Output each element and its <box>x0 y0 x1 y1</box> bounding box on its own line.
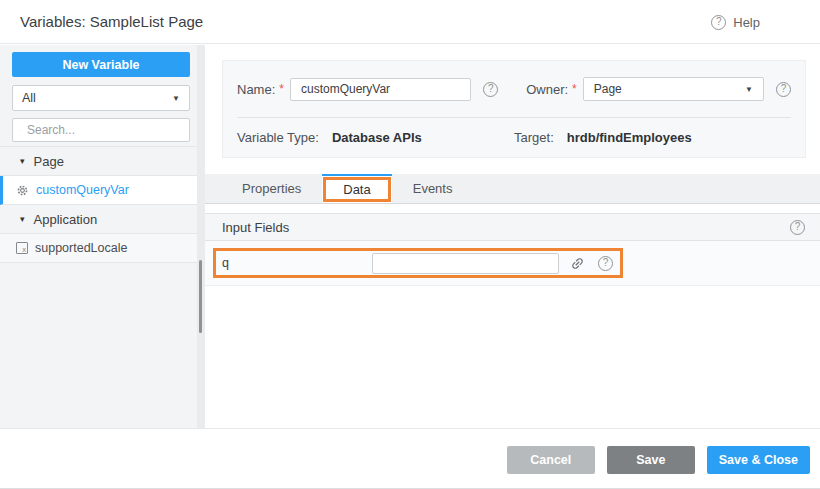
variable-name-input[interactable] <box>290 78 471 101</box>
caret-down-icon: ▾ <box>20 214 25 224</box>
page-title: Variables: SampleList Page <box>20 0 203 44</box>
tree-group-page[interactable]: ▾ Page <box>0 147 197 176</box>
owner-label: Owner: <box>526 82 568 97</box>
new-variable-button[interactable]: New Variable <box>12 52 190 77</box>
dialog-body: New Variable All ▼ ▾ Page <box>0 45 820 429</box>
dialog-header: Variables: SampleList Page ? Help <box>0 0 820 44</box>
target-label: Target: <box>514 130 554 145</box>
help-circle-icon: ? <box>711 15 726 30</box>
variable-filter-select[interactable]: All ▼ <box>12 85 190 111</box>
tab-label: Properties <box>242 181 301 196</box>
variable-summary-panel: Name: * ? Owner: * Page ▼ ? Variable Typ… <box>222 60 806 158</box>
filter-selected-value: All <box>22 91 36 105</box>
owner-selected-value: Page <box>594 82 622 96</box>
save-button[interactable]: Save <box>607 446 695 474</box>
name-help-icon[interactable]: ? <box>483 82 498 97</box>
tab-label: Data <box>343 182 370 197</box>
field-label-q: q <box>222 256 372 270</box>
caret-down-icon: ▾ <box>20 156 25 166</box>
name-label: Name: <box>237 82 275 97</box>
cancel-button[interactable]: Cancel <box>507 446 595 474</box>
dropdown-arrow-icon: ▼ <box>745 85 753 94</box>
field-row-highlight: q ? <box>213 248 623 278</box>
owner-select[interactable]: Page ▼ <box>583 77 764 101</box>
tree-item-label: customQueryVar <box>36 183 129 197</box>
bind-link-icon[interactable] <box>570 256 585 271</box>
locale-icon: x <box>16 242 28 254</box>
sidebar-divider <box>197 45 205 429</box>
tab-label: Events <box>413 181 453 196</box>
tab-data[interactable]: Data <box>322 174 391 203</box>
detail-tabbar: Properties Data Events <box>205 174 820 204</box>
input-fields-header: Input Fields ? <box>205 213 820 241</box>
variable-type-value: Database APIs <box>332 130 422 145</box>
required-marker: * <box>279 82 284 96</box>
tab-properties[interactable]: Properties <box>221 174 322 203</box>
variable-search-box[interactable] <box>12 118 190 142</box>
variable-detail-pane: Name: * ? Owner: * Page ▼ ? Variable Typ… <box>205 45 820 429</box>
gear-icon <box>16 184 29 197</box>
help-label: Help <box>733 15 760 30</box>
variables-sidebar: New Variable All ▼ ▾ Page <box>0 45 197 429</box>
required-marker: * <box>572 82 577 96</box>
field-help-icon[interactable]: ? <box>598 256 613 271</box>
search-icon <box>20 124 21 137</box>
input-field-row: q ? <box>205 241 820 286</box>
search-input[interactable] <box>27 123 182 137</box>
help-button[interactable]: ? Help <box>711 0 760 44</box>
tree-item-customqueryvar[interactable]: customQueryVar <box>0 176 197 205</box>
field-q-input[interactable] <box>372 253 559 274</box>
target-value: hrdb/findEmployees <box>567 130 692 145</box>
input-fields-help-icon[interactable]: ? <box>790 220 805 235</box>
dialog-footer: Cancel Save Save & Close <box>0 428 820 488</box>
variables-dialog: Variables: SampleList Page ? Help New Va… <box>0 0 820 489</box>
dropdown-arrow-icon: ▼ <box>172 94 180 103</box>
save-and-close-button[interactable]: Save & Close <box>707 446 810 474</box>
tree-group-application[interactable]: ▾ Application <box>0 205 197 234</box>
tree-item-label: supportedLocale <box>35 241 127 255</box>
variable-tree: ▾ Page customQueryVar ▾ Application x su… <box>0 146 197 263</box>
section-title: Input Fields <box>222 220 289 235</box>
tree-group-label: Application <box>34 212 98 227</box>
scrollbar-thumb[interactable] <box>199 260 202 333</box>
tree-group-label: Page <box>34 154 64 169</box>
tree-item-supportedlocale[interactable]: x supportedLocale <box>0 234 197 263</box>
owner-help-icon[interactable]: ? <box>776 82 791 97</box>
tab-events[interactable]: Events <box>392 174 474 203</box>
variable-type-label: Variable Type: <box>237 130 319 145</box>
